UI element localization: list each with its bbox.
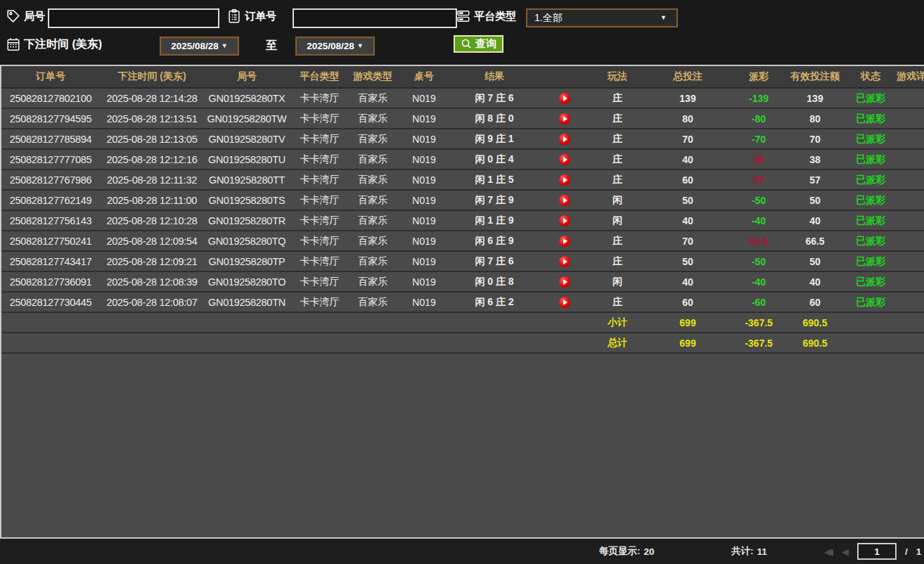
replay-button[interactable] [559, 256, 570, 267]
page-separator: / [905, 546, 908, 557]
cell-tableno: N019 [396, 170, 452, 189]
grand-total-cell-status [846, 333, 895, 352]
chevron-down-icon: ▼ [660, 15, 667, 21]
cell-validbet: 139 [784, 89, 846, 108]
column-header: 状态 [846, 66, 895, 87]
cell-roundno: GN019258280TQ [204, 231, 290, 250]
page-number-input[interactable] [857, 543, 897, 560]
cell-orderno: 250828127785894 [1, 129, 100, 148]
play-icon [563, 259, 567, 264]
replay-button[interactable] [559, 154, 570, 165]
date-from-picker[interactable]: 2025/08/28 ▼ [160, 37, 239, 56]
play-icon [563, 157, 567, 162]
cell-totalbet: 40 [642, 272, 733, 291]
replay-button[interactable] [559, 174, 570, 186]
cell-playtype: 庄 [593, 89, 642, 108]
subtotal-cell-orderno [1, 313, 100, 332]
cell-bettime: 2025-08-28 12:10:28 [100, 211, 204, 230]
cell-playtype: 庄 [593, 231, 642, 250]
cell-platform: 卡卡湾厅 [290, 129, 349, 148]
column-header: 下注时间 (美东) [100, 66, 204, 87]
cell-playtype: 庄 [593, 170, 642, 189]
cell-bettime: 2025-08-28 12:11:32 [100, 170, 204, 189]
first-page-button[interactable]: ◀◀ [824, 546, 833, 557]
cell-totalbet: 60 [642, 293, 733, 312]
table-header-row: 订单号下注时间 (美东)局号平台类型游戏类型桌号结果玩法总投注派彩有效投注额状态… [1, 66, 924, 89]
replay-button[interactable] [559, 195, 570, 206]
cell-gametype: 百家乐 [349, 89, 396, 108]
cell-platform: 卡卡湾厅 [290, 150, 349, 169]
cell-payout: -50 [733, 252, 784, 271]
previous-page-button[interactable]: ◀ [842, 546, 849, 557]
cell-detail [895, 191, 924, 210]
cell-tableno: N019 [396, 129, 452, 148]
table-row: 2508281277304452025-08-28 12:08:07GN0192… [1, 293, 924, 313]
grand-total-cell-orderno [1, 333, 100, 352]
cell-play [537, 150, 593, 169]
replay-button[interactable] [559, 297, 570, 308]
replay-button[interactable] [559, 276, 570, 288]
platform-label: 平台类型 [474, 10, 516, 23]
table-row: 2508281278021002025-08-28 12:14:28GN0192… [1, 89, 924, 109]
platform-selected-value: 1.全部 [534, 12, 563, 25]
play-icon [563, 300, 567, 305]
cell-tableno: N019 [396, 252, 452, 271]
bet-time-filter: 下注时间 (美东) [6, 37, 102, 52]
cell-tableno: N019 [396, 293, 452, 312]
cell-playtype: 庄 [593, 129, 642, 148]
replay-button[interactable] [559, 113, 570, 124]
cell-payout: -50 [733, 191, 784, 210]
grand-total-cell-playtype: 总计 [593, 333, 642, 352]
cell-playtype: 闲 [593, 211, 642, 230]
platform-select[interactable]: 1.全部 ▼ [526, 8, 678, 27]
subtotal-cell-roundno [204, 313, 290, 332]
order-input[interactable] [293, 8, 457, 28]
round-input[interactable] [48, 8, 219, 28]
search-icon [461, 38, 473, 50]
cell-validbet: 40 [784, 211, 846, 230]
cell-payout: -139 [733, 89, 784, 108]
cell-validbet: 50 [784, 252, 846, 271]
cell-platform: 卡卡湾厅 [290, 170, 349, 189]
cell-platform: 卡卡湾厅 [290, 272, 349, 291]
cell-result: 闲 1 庄 5 [452, 170, 537, 189]
cell-result: 闲 7 庄 6 [452, 252, 537, 271]
cell-play [537, 231, 593, 250]
date-to-picker[interactable]: 2025/08/28 ▼ [295, 37, 375, 56]
column-header: 玩法 [593, 66, 642, 87]
play-icon [563, 279, 567, 285]
cell-orderno: 250828127756143 [1, 211, 100, 230]
search-button[interactable]: 查询 [454, 35, 503, 53]
chevron-down-icon: ▼ [222, 43, 228, 49]
grand-total-cell-roundno [204, 333, 290, 352]
cell-bettime: 2025-08-28 12:11:00 [100, 191, 204, 210]
cell-result: 闲 7 庄 9 [452, 191, 537, 210]
cell-gametype: 百家乐 [349, 170, 396, 189]
per-page-value: 20 [644, 546, 655, 557]
cell-roundno: GN019258280TT [204, 170, 290, 189]
cell-platform: 卡卡湾厅 [290, 191, 349, 210]
replay-button[interactable] [559, 236, 570, 247]
replay-button[interactable] [559, 93, 570, 104]
cell-orderno: 250828127736091 [1, 272, 100, 291]
replay-button[interactable] [559, 215, 570, 226]
replay-button[interactable] [559, 134, 570, 145]
cell-status: 已派彩 [846, 272, 895, 291]
table-row: 2508281277858942025-08-28 12:13:05GN0192… [1, 129, 924, 150]
column-header: 桌号 [396, 66, 452, 87]
cell-orderno: 250828127802100 [1, 89, 100, 108]
cell-result: 闲 6 庄 2 [452, 293, 537, 312]
table-empty-area [1, 354, 924, 537]
subtotal-row: 小计699-367.5690.5 [1, 313, 924, 333]
cell-result: 闲 9 庄 1 [452, 129, 537, 148]
cell-detail [895, 89, 924, 108]
cell-totalbet: 70 [642, 231, 733, 250]
cell-result: 闲 6 庄 9 [452, 231, 537, 250]
cell-play [537, 129, 593, 148]
column-header: 订单号 [1, 66, 100, 87]
table-row: 2508281277945952025-08-28 12:13:51GN0192… [1, 109, 924, 129]
cell-result: 闲 1 庄 9 [452, 211, 537, 230]
cell-detail [895, 211, 924, 230]
per-page-display: 每页显示: 20 [599, 539, 655, 564]
cell-orderno: 250828127762149 [1, 191, 100, 210]
